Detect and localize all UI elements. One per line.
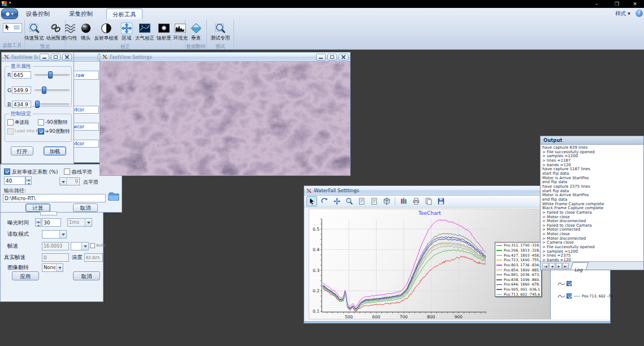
- maximize-icon[interactable]: [51, 54, 60, 60]
- plus90-flip-checkbox[interactable]: [38, 128, 44, 135]
- framerate-combo[interactable]: [71, 242, 89, 250]
- calculate-button[interactable]: 计算: [25, 204, 50, 212]
- coef-spinner[interactable]: [25, 176, 32, 185]
- maximize-icon[interactable]: [327, 54, 337, 60]
- image-flip-label: 图像翻转: [7, 264, 29, 271]
- tab-log[interactable]: Log: [570, 262, 589, 270]
- g-slider[interactable]: [34, 86, 70, 94]
- next-page-button[interactable]: ▶: [556, 263, 562, 269]
- chart-tools-icon[interactable]: [398, 196, 409, 206]
- legend-item[interactable]: Pos:803, 1736 -834,: [495, 263, 541, 268]
- legend-item[interactable]: Pos:854, 1899 -885,: [495, 267, 541, 273]
- load-button[interactable]: 加载: [44, 146, 66, 155]
- uniformity-button[interactable]: 均匀性: [62, 21, 79, 43]
- exposure-input[interactable]: 30: [42, 218, 61, 227]
- application-menu-button[interactable]: ● ▾: [1, 8, 18, 19]
- help-icon[interactable]: ?: [636, 10, 643, 17]
- minimize-icon[interactable]: [40, 54, 49, 60]
- last-page-button[interactable]: ▶|: [563, 263, 569, 269]
- microscope-image[interactable]: [100, 62, 350, 175]
- restore-button[interactable]: ❐: [610, 0, 624, 8]
- output-path-input[interactable]: D:\Micro-RT\: [3, 194, 106, 202]
- single-band-checkbox[interactable]: [7, 119, 14, 126]
- readmode-combo[interactable]: [42, 230, 67, 239]
- curve-smooth-checkbox[interactable]: [64, 168, 70, 175]
- legend-item[interactable]: Pos:646, 1860 -678,: [495, 282, 541, 287]
- legend-item[interactable]: Pos:905, 991 -936,1: [495, 287, 541, 292]
- smooth-points-combo[interactable]: 9: [59, 178, 80, 185]
- exposure-unit-combo[interactable]: 1ms: [67, 218, 92, 227]
- image-flip-combo[interactable]: None: [42, 263, 63, 272]
- waves-icon: [64, 22, 76, 34]
- rect-select-icon[interactable]: [13, 23, 20, 33]
- exposure-spinner[interactable]: [35, 218, 41, 227]
- series-checkbox[interactable]: [567, 281, 572, 286]
- series-checkbox[interactable]: [567, 293, 572, 299]
- vertical-flip-button[interactable]: 垂直: [189, 21, 204, 43]
- tab-capture-control[interactable]: 采集控制: [63, 8, 98, 19]
- apply-button[interactable]: 应用: [12, 271, 39, 280]
- print-icon[interactable]: [410, 196, 421, 206]
- auto-checkbox[interactable]: [90, 243, 95, 248]
- r-slider[interactable]: [34, 71, 70, 79]
- g-value-input[interactable]: 549.9: [12, 86, 31, 94]
- b-slider[interactable]: [34, 101, 70, 108]
- legend-item[interactable]: Pos:713, 602 -745,6: [495, 292, 541, 297]
- rotate-3d-icon[interactable]: [381, 196, 392, 206]
- cursor-select-icon[interactable]: [4, 23, 11, 33]
- zoom-icon[interactable]: [344, 196, 355, 206]
- style-menu[interactable]: 样式 ▾: [615, 10, 630, 18]
- toolbar-separator: [395, 197, 395, 206]
- close-button[interactable]: ✕: [628, 0, 642, 8]
- tab-device-control[interactable]: 设备控制: [20, 8, 55, 19]
- undo-icon[interactable]: [319, 196, 330, 206]
- region-button[interactable]: 区域: [119, 21, 134, 43]
- reflectance-calibration-button[interactable]: 反射率校准: [93, 21, 120, 43]
- close-icon[interactable]: [62, 54, 72, 60]
- legend-item[interactable]: Pos:723, 1690 -755,: [495, 258, 541, 263]
- output-titlebar[interactable]: Output: [541, 136, 643, 145]
- legend-item[interactable]: Pos:312, 1790 -318,: [495, 243, 541, 248]
- open-button[interactable]: 打开: [11, 146, 33, 155]
- first-page-button[interactable]: |◀: [542, 263, 548, 269]
- pointer-tool-icon[interactable]: [306, 196, 317, 206]
- prev-page-button[interactable]: ◀: [549, 263, 555, 269]
- cancel-button[interactable]: 取消: [73, 204, 98, 212]
- lens-button[interactable]: 镜头: [79, 21, 93, 43]
- legend-item[interactable]: Pos:841, 2036 -673,: [495, 273, 541, 278]
- series-color-dash: [574, 296, 580, 297]
- series-color-dash: [574, 283, 580, 284]
- series-row[interactable]: [551, 280, 611, 288]
- minimize-button[interactable]: –: [589, 0, 604, 8]
- chain-icon: [50, 22, 62, 34]
- radiance-button[interactable]: 辐射度: [155, 21, 172, 43]
- framerate-input[interactable]: 16.0003: [42, 242, 69, 250]
- page-icon[interactable]: [356, 196, 367, 206]
- save-icon[interactable]: [435, 196, 446, 206]
- reflect-coef-checkbox[interactable]: [4, 168, 10, 175]
- series-row[interactable]: Pos:713, 602 -74: [551, 292, 611, 300]
- minus90-flip-checkbox[interactable]: [38, 119, 44, 126]
- chart-panel[interactable]: TeeChart 0.10.20.30.40.5500600700800900 …: [309, 209, 551, 319]
- pan-icon[interactable]: [331, 196, 342, 206]
- coef-input[interactable]: 40: [4, 176, 25, 185]
- fastview-panel-titlebar[interactable]: FastView Sett...: [2, 53, 74, 62]
- legend-item[interactable]: Pos:296, 1813 -328,: [495, 248, 541, 253]
- page-alt-icon[interactable]: [369, 196, 379, 206]
- b-value-input[interactable]: 434.9: [12, 101, 31, 108]
- tab-analysis-tools[interactable]: 分析工具: [106, 8, 142, 19]
- minimize-icon[interactable]: [316, 54, 326, 60]
- legend-item[interactable]: Pos:427, 1803 -458,: [495, 253, 541, 258]
- r-value-input[interactable]: 645: [12, 71, 31, 79]
- atmosphere-correction-button[interactable]: 大气校正: [134, 21, 155, 43]
- test-only-button[interactable]: 测试专用: [210, 21, 231, 43]
- quick-preview-button[interactable]: 快速预览: [24, 21, 45, 43]
- browse-folder-button[interactable]: [107, 191, 120, 205]
- cancel-button[interactable]: 取消: [73, 271, 100, 280]
- image-window-titlebar[interactable]: FastView Settings: [100, 53, 350, 62]
- copy-icon[interactable]: [423, 196, 434, 206]
- legend-item[interactable]: Pos:838, 1096 -869,: [495, 277, 541, 282]
- app-titlebar[interactable]: ▾ – ❐ ✕: [0, 0, 644, 8]
- quick-access-arrow-icon[interactable]: ▾: [9, 1, 11, 5]
- close-icon[interactable]: [339, 54, 348, 60]
